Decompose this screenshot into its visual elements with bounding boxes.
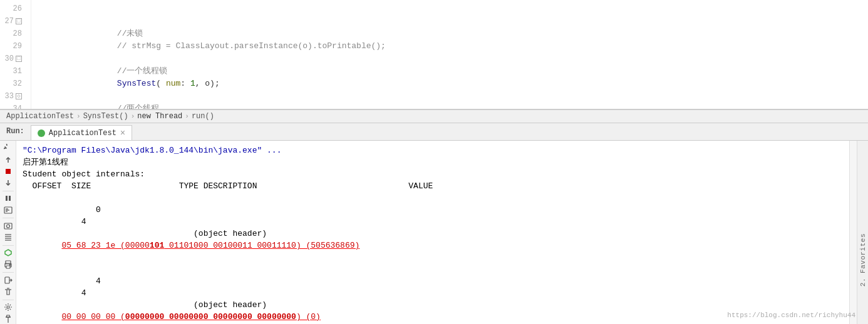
code-line-28: // strMsg = ClassLayout.parseInstance(o)… bbox=[31, 28, 868, 40]
run-panel: Run: ApplicationTest × bbox=[0, 123, 868, 324]
code-line-33: //两个线程 bbox=[31, 90, 868, 103]
console-internals-header: Student object internals: bbox=[23, 168, 843, 180]
fold-indicator-27[interactable]: □ bbox=[16, 18, 22, 24]
trash-button[interactable] bbox=[1, 286, 15, 296]
run-tab-bar: Run: ApplicationTest × bbox=[0, 123, 868, 141]
svg-point-18 bbox=[9, 265, 11, 266]
svg-rect-19 bbox=[5, 277, 9, 283]
toolbar-divider-2 bbox=[3, 218, 14, 218]
code-editor: 26 27 □ 28 29 30 □ 31 32 33 ◇ 34 //未锁 bbox=[0, 0, 868, 109]
rerun-button[interactable] bbox=[1, 143, 15, 153]
line-27: 27 □ bbox=[0, 15, 26, 28]
stop-button[interactable] bbox=[1, 166, 15, 176]
toolbar-divider-3 bbox=[3, 245, 14, 246]
screenshot-button[interactable] bbox=[1, 221, 15, 231]
list-button[interactable] bbox=[1, 232, 15, 242]
line-30: 30 □ bbox=[0, 53, 26, 65]
fold-indicator-33[interactable]: ◇ bbox=[16, 93, 22, 99]
svg-point-10 bbox=[6, 225, 9, 228]
console-row-0: 0 4 (object header) 05 68 23 1e (0000010… bbox=[23, 192, 843, 263]
run-label: Run: bbox=[0, 123, 31, 140]
code-line-26 bbox=[31, 3, 868, 15]
run-tab-name: ApplicationTest bbox=[49, 129, 116, 138]
console-start-line: 启开第1线程 bbox=[23, 156, 843, 168]
pause-button[interactable] bbox=[1, 193, 15, 203]
toolbar-divider-4 bbox=[3, 272, 14, 273]
run-tab-icon bbox=[38, 129, 45, 137]
line-numbers: 26 27 □ 28 29 30 □ 31 32 33 ◇ 34 bbox=[0, 0, 31, 109]
scroll-to-top-button[interactable] bbox=[1, 154, 15, 165]
svg-point-21 bbox=[7, 306, 9, 308]
breadcrumb-sep-3: › bbox=[185, 113, 189, 120]
exit-button[interactable] bbox=[1, 275, 15, 285]
scroll-to-bottom-button[interactable] bbox=[1, 178, 15, 188]
console-output: "C:\Program Files\Java\jdk1.8.0_144\bin\… bbox=[16, 141, 849, 324]
console-row-1: 4 4 (object header) 00 00 00 00 (0000000… bbox=[23, 263, 843, 324]
breadcrumb-sep-2: › bbox=[131, 113, 135, 120]
breadcrumb: ApplicationTest › SynsTest() › new Threa… bbox=[0, 109, 868, 123]
code-line-30: //一个线程锁 bbox=[31, 53, 868, 65]
line-33: 33 ◇ bbox=[0, 90, 26, 103]
console-button[interactable] bbox=[1, 205, 15, 215]
line-28: 28 bbox=[0, 28, 26, 40]
console-table-header: OFFSET SIZE TYPE DESCRIPTION VALUE bbox=[23, 180, 843, 192]
watermark: https://blog.csdn.net/richyhu44 bbox=[727, 311, 855, 319]
breadcrumb-run[interactable]: run() bbox=[192, 112, 214, 121]
rebuild-button[interactable] bbox=[1, 248, 15, 258]
svg-rect-9 bbox=[4, 223, 12, 229]
run-tab-applicationtest[interactable]: ApplicationTest × bbox=[31, 125, 132, 140]
console-row-0-value: 05 68 23 1e ( bbox=[61, 241, 125, 250]
code-line-27: //未锁 bbox=[31, 15, 868, 28]
breadcrumb-synstest[interactable]: SynsTest() bbox=[83, 112, 128, 121]
svg-rect-3 bbox=[6, 196, 8, 201]
run-tab-close[interactable]: × bbox=[120, 129, 125, 138]
favorites-label: 2. Favorites bbox=[859, 233, 867, 286]
line-34: 34 bbox=[0, 103, 26, 109]
left-toolbar bbox=[0, 141, 16, 324]
breadcrumb-applicationtest[interactable]: ApplicationTest bbox=[6, 112, 74, 121]
breadcrumb-sep-1: › bbox=[76, 113, 81, 120]
console-java-path: "C:\Program Files\Java\jdk1.8.0_144\bin\… bbox=[23, 144, 843, 156]
svg-rect-17 bbox=[6, 266, 10, 268]
toolbar-divider-5 bbox=[3, 300, 14, 300]
fold-indicator-30[interactable]: □ bbox=[16, 56, 22, 62]
line-26: 26 bbox=[0, 3, 26, 15]
svg-rect-1 bbox=[6, 169, 11, 174]
pin-button[interactable] bbox=[1, 314, 15, 324]
breadcrumb-newthread[interactable]: new Thread bbox=[137, 112, 182, 121]
print-button[interactable] bbox=[1, 260, 15, 270]
line-31: 31 bbox=[0, 65, 26, 78]
line-32: 32 bbox=[0, 78, 26, 90]
main-content: "C:\Program Files\Java\jdk1.8.0_144\bin\… bbox=[0, 141, 868, 324]
line-29: 29 bbox=[0, 40, 26, 53]
toolbar-divider-1 bbox=[3, 191, 14, 191]
svg-rect-4 bbox=[9, 196, 11, 201]
settings-button[interactable] bbox=[1, 302, 15, 312]
code-content: //未锁 // strMsg = ClassLayout.parseInstan… bbox=[31, 0, 868, 109]
favorites-sidebar[interactable]: 2. Favorites bbox=[857, 141, 868, 324]
right-scrollbar[interactable] bbox=[849, 141, 857, 324]
